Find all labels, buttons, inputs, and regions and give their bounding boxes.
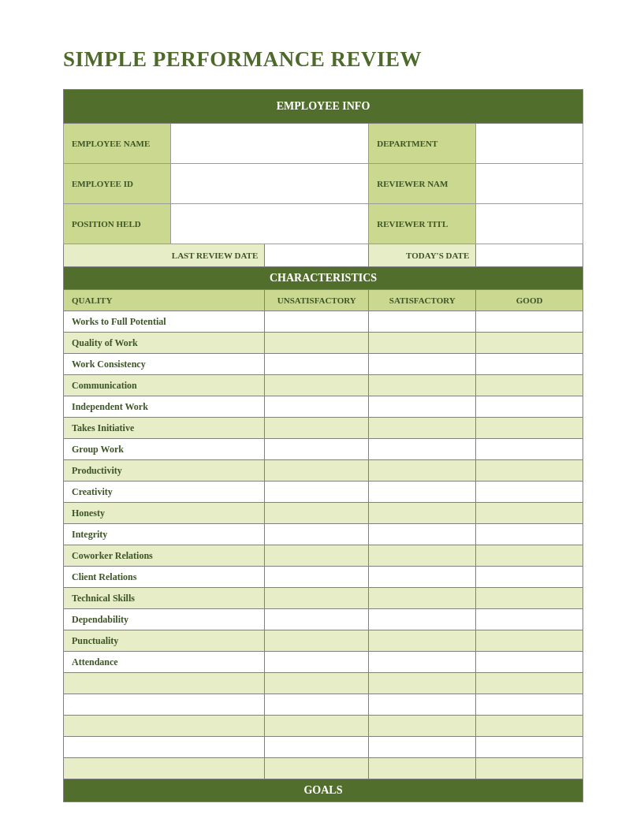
characteristic-row: Coworker Relations — [64, 545, 583, 567]
characteristic-label: Productivity — [64, 460, 265, 482]
rating-unsatisfactory-cell[interactable] — [265, 673, 369, 694]
rating-unsatisfactory-cell[interactable] — [265, 524, 369, 545]
rating-satisfactory-cell[interactable] — [369, 333, 476, 354]
rating-satisfactory-cell[interactable] — [369, 609, 476, 630]
rating-satisfactory-cell[interactable] — [369, 652, 476, 673]
rating-unsatisfactory-cell[interactable] — [265, 418, 369, 439]
rating-satisfactory-cell[interactable] — [369, 673, 476, 694]
rating-unsatisfactory-cell[interactable] — [265, 396, 369, 418]
review-form-table: EMPLOYEE INFO EMPLOYEE NAME DEPARTMENT E… — [63, 89, 583, 802]
rating-good-cell[interactable] — [476, 439, 583, 460]
rating-unsatisfactory-cell[interactable] — [265, 716, 369, 737]
col-unsatisfactory: UNSATISFACTORY — [265, 290, 369, 311]
goals-header: GOALS — [64, 779, 583, 802]
rating-unsatisfactory-cell[interactable] — [265, 503, 369, 524]
goals-header-row: GOALS — [64, 779, 583, 802]
rating-unsatisfactory-cell[interactable] — [265, 333, 369, 354]
field-todays-date[interactable] — [476, 244, 583, 267]
rating-good-cell[interactable] — [476, 396, 583, 418]
rating-satisfactory-cell[interactable] — [369, 630, 476, 652]
rating-satisfactory-cell[interactable] — [369, 482, 476, 503]
rating-unsatisfactory-cell[interactable] — [265, 354, 369, 375]
employee-info-header-row: EMPLOYEE INFO — [64, 90, 583, 124]
rating-satisfactory-cell[interactable] — [369, 375, 476, 396]
field-last-review-date[interactable] — [265, 244, 369, 267]
rating-good-cell[interactable] — [476, 354, 583, 375]
rating-good-cell[interactable] — [476, 673, 583, 694]
rating-unsatisfactory-cell[interactable] — [265, 737, 369, 758]
rating-good-cell[interactable] — [476, 716, 583, 737]
rating-good-cell[interactable] — [476, 545, 583, 567]
rating-unsatisfactory-cell[interactable] — [265, 439, 369, 460]
employee-info-header: EMPLOYEE INFO — [64, 90, 583, 124]
field-employee-name[interactable] — [171, 124, 369, 164]
rating-satisfactory-cell[interactable] — [369, 503, 476, 524]
rating-unsatisfactory-cell[interactable] — [265, 545, 369, 567]
characteristic-row: Technical Skills — [64, 588, 583, 609]
rating-satisfactory-cell[interactable] — [369, 545, 476, 567]
rating-satisfactory-cell[interactable] — [369, 418, 476, 439]
rating-good-cell[interactable] — [476, 567, 583, 588]
rating-good-cell[interactable] — [476, 737, 583, 758]
rating-unsatisfactory-cell[interactable] — [265, 588, 369, 609]
rating-unsatisfactory-cell[interactable] — [265, 311, 369, 333]
characteristic-label: Works to Full Potential — [64, 311, 265, 333]
rating-good-cell[interactable] — [476, 503, 583, 524]
label-last-review-date: LAST REVIEW DATE — [64, 244, 265, 267]
rating-unsatisfactory-cell[interactable] — [265, 609, 369, 630]
characteristic-label: Punctuality — [64, 630, 265, 652]
rating-satisfactory-cell[interactable] — [369, 716, 476, 737]
field-reviewer-name[interactable] — [476, 164, 583, 204]
field-position-held[interactable] — [171, 204, 369, 244]
characteristic-row: Work Consistency — [64, 354, 583, 375]
rating-satisfactory-cell[interactable] — [369, 758, 476, 779]
characteristics-header: CHARACTERISTICS — [64, 267, 583, 290]
characteristic-row: Punctuality — [64, 630, 583, 652]
rating-good-cell[interactable] — [476, 588, 583, 609]
characteristic-label: Group Work — [64, 439, 265, 460]
rating-satisfactory-cell[interactable] — [369, 311, 476, 333]
characteristic-label: Work Consistency — [64, 354, 265, 375]
rating-satisfactory-cell[interactable] — [369, 524, 476, 545]
rating-unsatisfactory-cell[interactable] — [265, 630, 369, 652]
field-department[interactable] — [476, 124, 583, 164]
rating-good-cell[interactable] — [476, 333, 583, 354]
characteristic-row — [64, 716, 583, 737]
characteristic-row: Dependability — [64, 609, 583, 630]
rating-good-cell[interactable] — [476, 630, 583, 652]
rating-satisfactory-cell[interactable] — [369, 737, 476, 758]
rating-good-cell[interactable] — [476, 418, 583, 439]
rating-satisfactory-cell[interactable] — [369, 460, 476, 482]
rating-good-cell[interactable] — [476, 694, 583, 716]
characteristic-label: Coworker Relations — [64, 545, 265, 567]
rating-good-cell[interactable] — [476, 311, 583, 333]
rating-unsatisfactory-cell[interactable] — [265, 758, 369, 779]
rating-good-cell[interactable] — [476, 524, 583, 545]
characteristic-label — [64, 737, 265, 758]
rating-satisfactory-cell[interactable] — [369, 354, 476, 375]
rating-good-cell[interactable] — [476, 758, 583, 779]
characteristic-row: Client Relations — [64, 567, 583, 588]
rating-satisfactory-cell[interactable] — [369, 588, 476, 609]
rating-unsatisfactory-cell[interactable] — [265, 482, 369, 503]
rating-unsatisfactory-cell[interactable] — [265, 375, 369, 396]
rating-satisfactory-cell[interactable] — [369, 694, 476, 716]
characteristic-row: Honesty — [64, 503, 583, 524]
characteristic-row: Works to Full Potential — [64, 311, 583, 333]
field-employee-id[interactable] — [171, 164, 369, 204]
rating-good-cell[interactable] — [476, 375, 583, 396]
characteristic-row: Group Work — [64, 439, 583, 460]
rating-good-cell[interactable] — [476, 482, 583, 503]
col-good: GOOD — [476, 290, 583, 311]
rating-unsatisfactory-cell[interactable] — [265, 460, 369, 482]
rating-satisfactory-cell[interactable] — [369, 396, 476, 418]
rating-satisfactory-cell[interactable] — [369, 439, 476, 460]
field-reviewer-title[interactable] — [476, 204, 583, 244]
rating-satisfactory-cell[interactable] — [369, 567, 476, 588]
rating-unsatisfactory-cell[interactable] — [265, 694, 369, 716]
rating-unsatisfactory-cell[interactable] — [265, 652, 369, 673]
rating-good-cell[interactable] — [476, 460, 583, 482]
rating-good-cell[interactable] — [476, 609, 583, 630]
rating-good-cell[interactable] — [476, 652, 583, 673]
rating-unsatisfactory-cell[interactable] — [265, 567, 369, 588]
